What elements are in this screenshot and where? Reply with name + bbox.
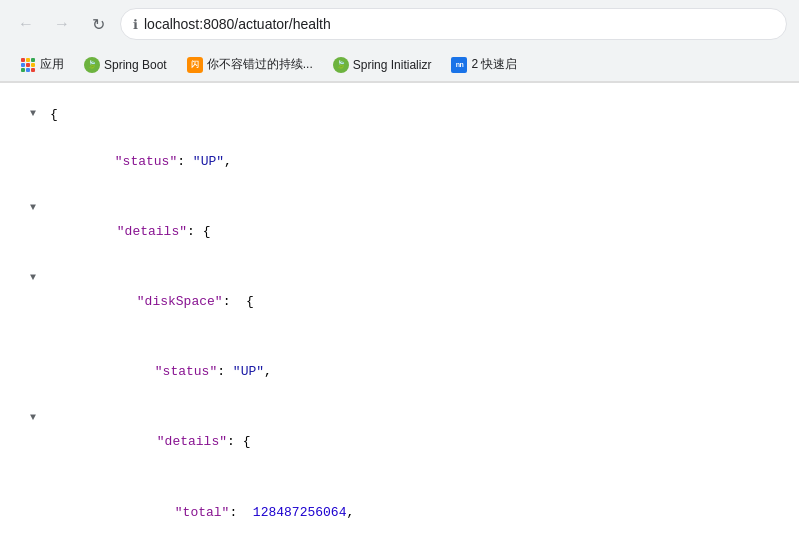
back-icon: ←	[18, 15, 34, 33]
diskspace-status-key: "status"	[155, 364, 217, 379]
status-val: "UP"	[193, 154, 224, 169]
details-toggle[interactable]: ▼	[30, 197, 48, 217]
bookmark-spring-init[interactable]: 🍃 Spring Initializr	[325, 54, 440, 76]
nav-bar: ← → ↻ ℹ	[0, 0, 799, 48]
diskspace-key: "diskSpace"	[137, 294, 223, 309]
bookmarks-bar: 应用 🍃 Spring Boot 闪 你不容错过的持续... 🍃 Spring …	[0, 48, 799, 82]
details-row: ▼ "details": {	[30, 197, 779, 267]
bookmark-apps[interactable]: 应用	[12, 53, 72, 76]
status-key: "status"	[115, 154, 177, 169]
bookmark-spring-init-label: Spring Initializr	[353, 58, 432, 72]
bookmark-apps-label: 应用	[40, 56, 64, 73]
forward-icon: →	[54, 15, 70, 33]
address-bar[interactable]: ℹ	[120, 8, 787, 40]
bookmark-persistence-label: 你不容错过的持续...	[207, 56, 313, 73]
diskspace-toggle[interactable]: ▼	[30, 267, 48, 287]
back-button[interactable]: ←	[12, 10, 40, 38]
security-icon: ℹ	[133, 17, 138, 32]
spring-init-icon: 🍃	[333, 57, 349, 73]
root-open: ▼ {	[30, 103, 779, 126]
status-row: "status": "UP",	[30, 126, 779, 196]
bookmark-persistence[interactable]: 闪 你不容错过的持续...	[179, 53, 321, 76]
refresh-icon: ↻	[92, 15, 105, 34]
total-key: "total"	[175, 505, 230, 520]
persistence-icon: 闪	[187, 57, 203, 73]
quick-start-icon: nn	[451, 57, 467, 73]
root-toggle[interactable]: ▼	[30, 103, 48, 123]
diskspace-details-toggle[interactable]: ▼	[30, 407, 48, 427]
diskspace-status-row: "status": "UP",	[30, 337, 779, 407]
browser-chrome: ← → ↻ ℹ 应用 🍃	[0, 0, 799, 83]
diskspace-details-key: "details"	[157, 434, 227, 449]
diskspace-details-row: ▼ "details": {	[30, 407, 779, 477]
diskspace-row: ▼ "diskSpace": {	[30, 267, 779, 337]
bookmark-spring-boot-label: Spring Boot	[104, 58, 167, 72]
bookmark-quick-start-label: 2 快速启	[471, 56, 517, 73]
refresh-button[interactable]: ↻	[84, 10, 112, 38]
json-viewer: ▼ { "status": "UP", ▼ "details": { ▼ "di…	[0, 83, 799, 550]
details-key: "details"	[117, 224, 187, 239]
url-input[interactable]	[144, 16, 774, 32]
diskspace-status-val: "UP"	[233, 364, 264, 379]
total-val: 128487256064	[253, 505, 347, 520]
spring-boot-icon: 🍃	[84, 57, 100, 73]
forward-button[interactable]: →	[48, 10, 76, 38]
bookmark-quick-start[interactable]: nn 2 快速启	[443, 53, 525, 76]
apps-grid-icon	[20, 57, 36, 73]
bookmark-spring-boot[interactable]: 🍃 Spring Boot	[76, 54, 175, 76]
total-row: "total": 128487256064,	[30, 477, 779, 547]
